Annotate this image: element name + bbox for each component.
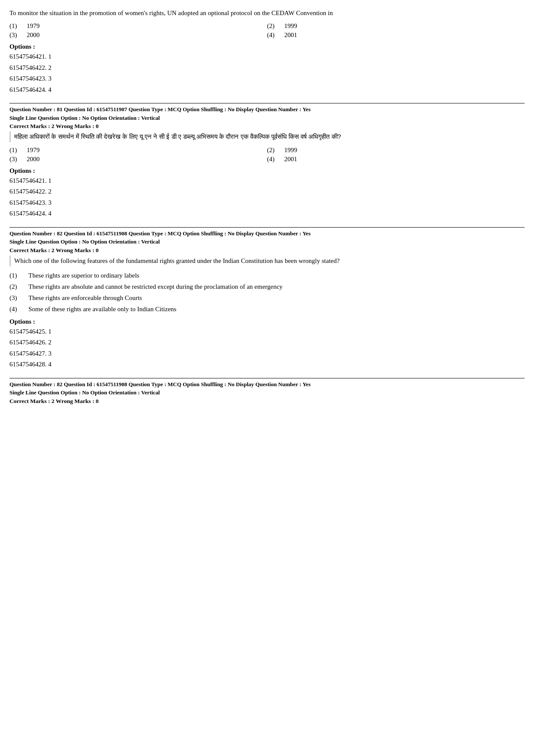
cont-option-1: (1) 1979 [9, 22, 267, 30]
q82-options-vertical: (1) These rights are superior to ordinar… [9, 271, 525, 315]
q81-opt3-num: (3) [9, 156, 22, 163]
q82-opt3-key: (3) [9, 293, 22, 303]
q82b-meta-line1: Question Number : 82 Question Id : 61547… [9, 381, 310, 387]
q81-opt2-val: 1999 [284, 147, 297, 154]
q81-opt4-val: 2001 [284, 156, 297, 163]
cont-opt-list-2[interactable]: 61547546422. 2 [9, 62, 525, 74]
q81-opt2-num: (2) [267, 147, 279, 154]
q81-opt4-num: (4) [267, 156, 279, 163]
q82-option-4: (4) Some of these rights are available o… [9, 304, 525, 314]
q82-opt4-text: Some of these rights are available only … [28, 304, 177, 314]
q82-options-label: Options : [9, 318, 525, 325]
cont-opt-list-3[interactable]: 61547546423. 3 [9, 73, 525, 84]
cont-opt4-val: 2001 [284, 31, 297, 39]
q82-meta-line2: Single Line Question Option : No Option … [9, 238, 160, 245]
cont-option-4: (4) 2001 [267, 31, 525, 39]
q82-opt2-key: (2) [9, 282, 22, 292]
q81-meta-line1: Question Number : 81 Question Id : 61547… [9, 106, 310, 112]
q82-opt-list-4[interactable]: 61547546428. 4 [9, 359, 525, 370]
q81-hindi-text: महिला अधिकारों के समर्थन में स्थिति की द… [9, 131, 525, 142]
q82-opt-list-3[interactable]: 61547546427. 3 [9, 348, 525, 359]
q81-option-2: (2) 1999 [267, 147, 525, 154]
q81-meta: Question Number : 81 Question Id : 61547… [9, 103, 525, 122]
q81-option-1: (1) 1979 [9, 147, 267, 154]
cont-opt2-num: (2) [267, 22, 279, 30]
q82-opt-list-1[interactable]: 61547546425. 1 [9, 326, 525, 337]
q82-opt1-key: (1) [9, 271, 22, 281]
q81-meta-line2: Single Line Question Option : No Option … [9, 115, 160, 121]
q82-opt2-text: These rights are absolute and cannot be … [28, 282, 283, 292]
question-82-block: Question Number : 82 Question Id : 61547… [9, 227, 525, 370]
q81-opt-list-4[interactable]: 61547546424. 4 [9, 208, 525, 219]
cont-opt3-val: 2000 [27, 31, 40, 39]
q82b-correct-marks: Correct Marks : 2 Wrong Marks : 0 [9, 398, 525, 405]
cont-options-label: Options : [9, 43, 525, 50]
q81-correct-marks: Correct Marks : 2 Wrong Marks : 0 [9, 123, 525, 130]
q81-options-label: Options : [9, 167, 525, 175]
q82b-meta-block: Question Number : 82 Question Id : 61547… [9, 378, 525, 405]
cont-options-list: 61547546421. 1 61547546422. 2 6154754642… [9, 51, 525, 95]
cont-opt4-num: (4) [267, 31, 279, 39]
q81-opt1-val: 1979 [27, 147, 40, 154]
q82-meta-line1: Question Number : 82 Question Id : 61547… [9, 230, 310, 237]
q82-correct-marks: Correct Marks : 2 Wrong Marks : 0 [9, 247, 525, 254]
cont-opt3-num: (3) [9, 31, 22, 39]
q82-opt-list-2[interactable]: 61547546426. 2 [9, 337, 525, 348]
q82-opt1-text: These rights are superior to ordinary la… [28, 271, 139, 281]
q82-meta: Question Number : 82 Question Id : 61547… [9, 227, 525, 246]
q82-opt4-key: (4) [9, 304, 22, 314]
continuation-text: To monitor the situation in the promotio… [9, 8, 525, 18]
q82-option-3: (3) These rights are enforceable through… [9, 293, 525, 303]
q81-options-list: 61547546421. 1 61547546422. 2 6154754642… [9, 175, 525, 219]
continuation-block: To monitor the situation in the promotio… [9, 8, 525, 95]
continuation-options-grid: (1) 1979 (2) 1999 (3) 2000 (4) 2001 [9, 22, 525, 39]
q82-option-2: (2) These rights are absolute and cannot… [9, 282, 525, 292]
cont-opt1-num: (1) [9, 22, 22, 30]
cont-opt-list-1[interactable]: 61547546421. 1 [9, 51, 525, 62]
q81-opt3-val: 2000 [27, 156, 40, 163]
question-81-block: Question Number : 81 Question Id : 61547… [9, 103, 525, 219]
q82-option-1: (1) These rights are superior to ordinar… [9, 271, 525, 281]
q82b-meta: Question Number : 82 Question Id : 61547… [9, 378, 525, 397]
cont-option-2: (2) 1999 [267, 22, 525, 30]
q82-opt3-text: These rights are enforceable through Cou… [28, 293, 142, 303]
q81-opt-list-2[interactable]: 61547546422. 2 [9, 186, 525, 197]
cont-opt1-val: 1979 [27, 22, 40, 30]
q81-opt-list-3[interactable]: 61547546423. 3 [9, 197, 525, 209]
q81-option-4: (4) 2001 [267, 156, 525, 163]
cont-option-3: (3) 2000 [9, 31, 267, 39]
q81-opt-list-1[interactable]: 61547546421. 1 [9, 175, 525, 187]
cont-opt2-val: 1999 [284, 22, 297, 30]
cont-opt-list-4[interactable]: 61547546424. 4 [9, 84, 525, 96]
q81-options-grid: (1) 1979 (2) 1999 (3) 2000 (4) 2001 [9, 147, 525, 163]
q82-options-list: 61547546425. 1 61547546426. 2 6154754642… [9, 326, 525, 370]
q82b-meta-line2: Single Line Question Option : No Option … [9, 389, 160, 396]
q81-opt1-num: (1) [9, 147, 22, 154]
q82-text: Which one of the following features of t… [9, 256, 525, 266]
q81-option-3: (3) 2000 [9, 156, 267, 163]
